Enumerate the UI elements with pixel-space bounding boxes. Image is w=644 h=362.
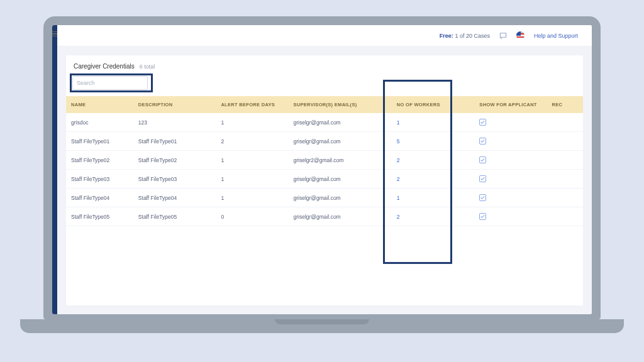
cell-description: Staff FileType03 [133,169,216,188]
table-header-row: NAME DESCRIPTION ALERT BEFORE DAYS SUPER… [66,96,583,113]
cell-workers: 2 [392,169,475,188]
col-description[interactable]: DESCRIPTION [133,96,216,113]
help-support-link[interactable]: Help and Support [534,32,578,38]
col-no-of-workers[interactable]: NO OF WORKERS [392,96,475,113]
workers-link[interactable]: 2 [397,213,400,219]
laptop-bezel: Free: 1 of 20 Cases Help and Support Car… [43,16,601,319]
table-row[interactable]: Staff FileType04Staff FileType041griselg… [66,188,583,207]
applicant-checkbox[interactable] [479,175,486,182]
cell-rec [547,188,583,207]
workers-link[interactable]: 5 [397,138,400,144]
cell-rec [547,131,583,150]
applicant-checkbox[interactable] [479,194,486,201]
screen: Free: 1 of 20 Cases Help and Support Car… [52,25,592,314]
applicant-checkbox[interactable] [479,119,486,126]
cell-email: griselgr@gmail.com [288,207,391,226]
cell-workers: 2 [392,150,475,169]
cell-show [474,150,547,169]
cell-email: griselgr@gmail.com [288,113,391,132]
applicant-checkbox[interactable] [479,213,486,220]
topbar: Free: 1 of 20 Cases Help and Support [57,25,592,47]
cell-alert: 0 [216,207,288,226]
cell-rec [547,113,583,132]
table-row[interactable]: Staff FileType01Staff FileType012griselg… [66,131,583,150]
workers-link[interactable]: 2 [397,175,400,182]
free-cases-text: Free: 1 of 20 Cases [440,32,490,38]
cell-show [474,169,547,188]
table-row[interactable]: Staff FileType05Staff FileType050griselg… [66,207,583,226]
cell-show [474,188,547,207]
cell-workers: 1 [392,113,475,132]
applicant-checkbox[interactable] [479,138,486,145]
panel-header: Caregiver Credentials 6 total [66,55,583,74]
table-row[interactable]: Staff FileType03Staff FileType031griselg… [66,169,583,188]
search-container [66,74,154,96]
credentials-table: NAME DESCRIPTION ALERT BEFORE DAYS SUPER… [66,96,583,226]
cell-name: Staff FileType02 [66,150,133,169]
credentials-panel: Caregiver Credentials 6 total [66,55,583,305]
cell-description: 123 [133,113,216,132]
cell-workers: 2 [392,207,475,226]
record-count: 6 total [140,63,155,70]
page-title: Caregiver Credentials [74,63,135,70]
menu-icon[interactable] [52,30,58,38]
cell-show [474,207,547,226]
cell-email: griselgr2@gmail.com [288,150,391,169]
table-container: NAME DESCRIPTION ALERT BEFORE DAYS SUPER… [66,96,583,305]
cell-name: Staff FileType01 [66,131,133,150]
cell-workers: 5 [392,131,475,150]
cell-name: Staff FileType03 [66,169,133,188]
cell-name: grisdoc [66,113,133,132]
cell-description: Staff FileType05 [133,207,216,226]
chat-icon[interactable] [499,31,508,40]
cell-description: Staff FileType02 [133,150,216,169]
cell-rec [547,207,583,226]
cell-show [474,113,547,132]
applicant-checkbox[interactable] [479,156,486,163]
col-show-for-applicant[interactable]: SHOW FOR APPLICANT [474,96,547,113]
col-supervisor-emails[interactable]: SUPERVISOR(S) EMAIL(S) [288,96,391,113]
cell-name: Staff FileType05 [66,207,133,226]
cell-show [474,131,547,150]
cell-description: Staff FileType04 [133,188,216,207]
table-row[interactable]: grisdoc1231griselgr@gmail.com1 [66,113,583,132]
cell-email: griselgr@gmail.com [288,169,391,188]
cell-alert: 1 [216,150,288,169]
workers-link[interactable]: 1 [397,119,400,125]
col-alert-before[interactable]: ALERT BEFORE DAYS [216,96,288,113]
cell-alert: 1 [216,113,288,132]
cell-description: Staff FileType01 [133,131,216,150]
cell-workers: 1 [392,188,475,207]
cell-alert: 2 [216,131,288,150]
laptop-frame: Free: 1 of 20 Cases Help and Support Car… [43,16,601,333]
flag-icon[interactable] [516,31,525,40]
table-row[interactable]: Staff FileType02Staff FileType021griselg… [66,150,583,169]
cell-email: griselgr@gmail.com [288,188,391,207]
cell-alert: 1 [216,188,288,207]
main-content: Free: 1 of 20 Cases Help and Support Car… [57,25,592,314]
sidebar[interactable] [52,25,57,314]
col-rec[interactable]: REC [547,96,583,113]
laptop-base [20,319,624,333]
cell-rec [547,150,583,169]
free-label: Free: [440,32,453,38]
cases-count: 1 of 20 Cases [455,32,490,38]
search-input[interactable] [72,76,148,90]
col-name[interactable]: NAME [66,96,133,113]
workers-link[interactable]: 1 [397,194,400,200]
cell-alert: 1 [216,169,288,188]
cell-rec [547,169,583,188]
cell-name: Staff FileType04 [66,188,133,207]
workers-link[interactable]: 2 [397,156,400,163]
cell-email: griselgr@gmail.com [288,131,391,150]
